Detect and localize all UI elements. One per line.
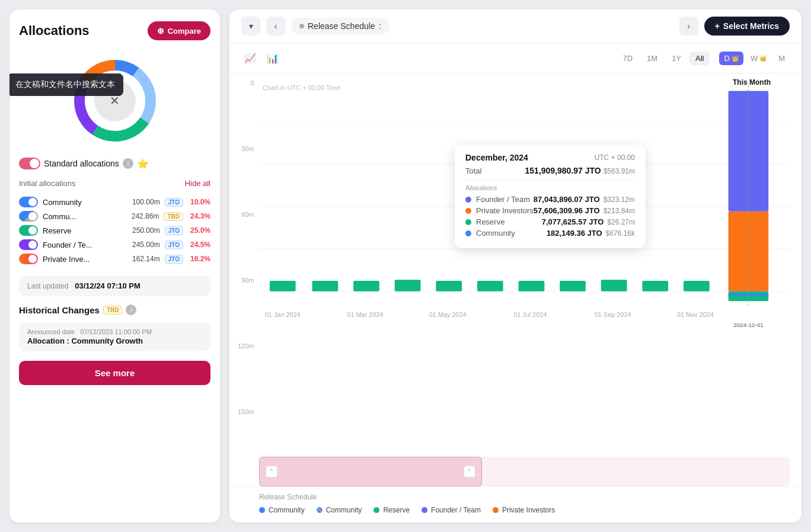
time-1y-button[interactable]: 1Y (666, 52, 687, 65)
allocation-change-text: Allocation : Community Growth (27, 336, 202, 345)
legend-label: Community (326, 506, 362, 514)
tooltip-row: Founder / Team 87,043,896.07 JTO $323.12… (465, 195, 635, 204)
compare-button[interactable]: ⊕ Compare (148, 21, 210, 40)
initial-allocations-header: Initial allocations Hide all (19, 179, 210, 188)
svg-rect-17 (560, 281, 586, 291)
svg-rect-14 (436, 281, 462, 291)
tooltip-total-row: Total 151,909,980.97 JTO $563.91m (465, 166, 635, 175)
private-toggle[interactable] (19, 254, 38, 264)
reserve-toggle[interactable] (19, 225, 38, 236)
svg-text:01 Jan 2024: 01 Jan 2024 (265, 311, 301, 318)
community-toggle[interactable] (19, 197, 38, 207)
mini-chart-handle[interactable]: " " (259, 457, 482, 486)
top-bar: ▾ ‹ Release Schedule : › + Select Metric… (229, 9, 802, 43)
svg-text:01 May 2024: 01 May 2024 (429, 311, 467, 318)
chart-controls: 📈 📊 7D 1M 1Y All D 👑 W 👑 M (229, 43, 802, 73)
interval-m-button[interactable]: M (774, 52, 790, 65)
search-tooltip: 在文稿和文件名中搜索文本 (9, 73, 123, 96)
prev-button[interactable]: ‹ (266, 17, 285, 36)
tooltip-utc: UTC + 00:00 (595, 153, 635, 162)
legend-label: Community (269, 506, 305, 514)
tooltip-row: Private Investors 57,606,309.96 JTO $213… (465, 206, 635, 215)
release-schedule-separator: : (379, 21, 381, 31)
reserve-dot (465, 219, 471, 225)
next-button[interactable]: › (679, 17, 698, 36)
star-icon[interactable]: ⭐ (137, 158, 149, 169)
svg-rect-18 (601, 280, 627, 291)
tooltip-row: Reserve 7,077,625.57 JTO $26.27m (465, 217, 635, 226)
donut-chart-area: ✕ (19, 47, 210, 150)
standard-allocations-info-icon[interactable]: i (123, 158, 133, 169)
svg-rect-13 (395, 280, 421, 291)
table-row: Community 100.00m JTO 10.0% (19, 195, 210, 209)
plus-icon: + (715, 21, 720, 31)
bar-chart-button[interactable]: 📊 (264, 49, 282, 67)
mini-chart-area[interactable]: " " (259, 457, 790, 486)
y-axis: 150m 120m 90m 60m 30m 0 (238, 73, 254, 421)
time-1m-button[interactable]: 1M (641, 52, 663, 65)
alloc-name: Founder / Te... (43, 241, 127, 249)
time-all-button[interactable]: All (689, 52, 710, 65)
svg-rect-10 (270, 281, 296, 291)
private-legend-dot (493, 507, 499, 513)
list-item: Private Investors (493, 506, 555, 514)
right-panel: ▾ ‹ Release Schedule : › + Select Metric… (229, 9, 802, 523)
dropdown-button[interactable]: ▾ (241, 17, 260, 36)
list-item: Reserve (373, 506, 410, 514)
last-updated-box: Last updated 03/12/24 07:10 PM (19, 275, 210, 296)
founder-toggle[interactable] (19, 239, 38, 250)
founder-legend-dot (422, 507, 427, 513)
tooltip-date: December, 2024 (465, 153, 528, 162)
svg-text:01 Nov 2024: 01 Nov 2024 (677, 311, 714, 318)
legend-area: Release Schedule Community Community Res… (229, 486, 802, 523)
time-range-group: 7D 1M 1Y All (617, 52, 710, 65)
token-badge-tbd: TBD (164, 212, 183, 221)
token-badge: JTO (165, 226, 183, 235)
legend-title: Release Schedule (259, 493, 790, 501)
community-stripe-legend-dot (317, 507, 323, 513)
tooltip-community-name: Community (476, 229, 547, 238)
svg-rect-12 (353, 281, 379, 291)
alloc-name: Commu... (43, 212, 127, 221)
table-row: Reserve 250.00m JTO 25.0% (19, 223, 210, 238)
tooltip-divider (465, 180, 635, 181)
svg-text:2024-12-01: 2024-12-01 (733, 322, 764, 328)
crown-icon-w: 👑 (759, 55, 767, 62)
mini-handle-left[interactable]: " (266, 466, 277, 477)
standard-allocations-toggle[interactable] (19, 158, 40, 169)
tooltip-allocations-label: Allocations (465, 184, 635, 191)
allocation-list: Community 100.00m JTO 10.0% Commu... 242… (19, 195, 210, 266)
interval-w-button[interactable]: W 👑 (746, 52, 771, 65)
legend-items: Community Community Reserve Founder / Te… (259, 506, 790, 514)
standard-allocations-row: Standard allocations i ⭐ (19, 158, 210, 169)
table-row: Founder / Te... 245.00m JTO 24.5% (19, 238, 210, 252)
tooltip-header: December, 2024 UTC + 00:00 (465, 153, 635, 162)
svg-text:01 Sep 2024: 01 Sep 2024 (595, 311, 631, 318)
release-schedule-pill[interactable]: Release Schedule : (291, 18, 389, 34)
list-item: Community (317, 506, 362, 514)
left-panel-header: Allocations ⊕ Compare (19, 21, 210, 40)
alloc-name: Reserve (43, 226, 127, 235)
legend-label: Private Investors (502, 506, 555, 514)
select-metrics-button[interactable]: + Select Metrics (704, 17, 790, 36)
line-chart-button[interactable]: 📈 (241, 49, 259, 67)
svg-rect-15 (477, 281, 503, 291)
compare-icon: ⊕ (157, 26, 164, 36)
chart-tooltip: December, 2024 UTC + 00:00 Total 151,909… (455, 145, 646, 248)
historical-info-icon[interactable]: i (126, 305, 136, 315)
chart-area: Chart in UTC + 00:00 Time This Month 150… (229, 73, 802, 457)
alloc-name: Community (43, 198, 127, 207)
community-legend-dot (259, 507, 265, 513)
token-badge: JTO (165, 198, 183, 207)
hide-all-button[interactable]: Hide all (185, 179, 210, 188)
interval-d-button[interactable]: D 👑 (719, 52, 743, 65)
time-7d-button[interactable]: 7D (617, 52, 638, 65)
see-more-button[interactable]: See more (19, 361, 210, 385)
commu-tbd-toggle[interactable] (19, 211, 38, 222)
alloc-name: Private Inve... (43, 255, 127, 264)
mini-handle-right[interactable]: " (464, 466, 475, 477)
release-schedule-label: Release Schedule (308, 21, 375, 31)
svg-text:01 Mar 2024: 01 Mar 2024 (347, 311, 383, 318)
private-dot (465, 208, 471, 214)
table-row: Commu... 242.86m TBD 24.3% (19, 209, 210, 223)
